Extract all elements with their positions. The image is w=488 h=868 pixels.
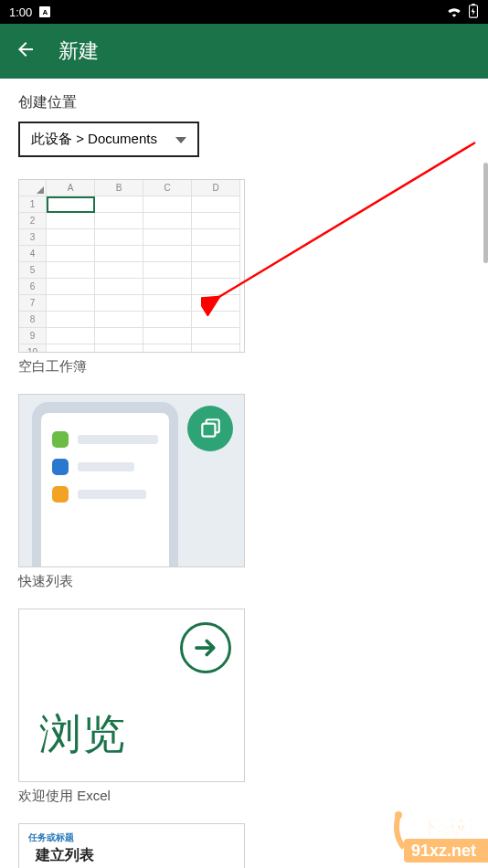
back-icon[interactable] bbox=[15, 38, 37, 64]
wifi-icon bbox=[446, 5, 462, 20]
arrow-right-circle-icon bbox=[180, 622, 231, 673]
content-area: 创建位置 此设备 > Documents A B C D 1 2 3 4 5 bbox=[0, 79, 488, 868]
status-time: 1:00 bbox=[9, 5, 32, 19]
template-quick-list[interactable]: 快速列表 bbox=[18, 394, 470, 590]
template-label: 欢迎使用 Excel bbox=[18, 788, 470, 805]
template-welcome-excel[interactable]: 浏览 欢迎使用 Excel bbox=[18, 609, 470, 805]
template-label: 快速列表 bbox=[18, 573, 470, 590]
small-title: 任务或标题 bbox=[19, 824, 244, 844]
browse-text: 浏览 bbox=[39, 706, 127, 763]
template-thumb-blank: A B C D 1 2 3 4 5 6 7 8 9 10 bbox=[18, 179, 245, 353]
chevron-down-icon bbox=[175, 132, 186, 147]
template-thumb-welcome: 浏览 bbox=[18, 609, 245, 782]
page-title: 新建 bbox=[58, 37, 99, 65]
big-title: 建立列表 bbox=[27, 844, 237, 868]
svg-text:下载站: 下载站 bbox=[419, 817, 475, 837]
status-bar: 1:00 A bbox=[0, 0, 488, 24]
cards-stack-icon bbox=[187, 406, 233, 451]
svg-rect-3 bbox=[202, 424, 215, 437]
template-thumb-buildlist: 任务或标题 建立列表 bbox=[18, 823, 245, 868]
spreadsheet-preview: A B C D 1 2 3 4 5 6 7 8 9 10 bbox=[19, 180, 244, 353]
svg-point-8 bbox=[395, 811, 402, 819]
app-bar: 新建 bbox=[0, 24, 488, 79]
svg-text:91xz.net: 91xz.net bbox=[411, 842, 476, 860]
location-dropdown[interactable]: 此设备 > Documents bbox=[18, 122, 199, 157]
svg-rect-1 bbox=[472, 4, 475, 5]
template-label: 空白工作簿 bbox=[18, 358, 470, 376]
location-value: 此设备 > Documents bbox=[31, 131, 157, 148]
scroll-indicator[interactable] bbox=[483, 163, 488, 263]
status-a-badge: A bbox=[39, 6, 50, 17]
template-blank-workbook[interactable]: A B C D 1 2 3 4 5 6 7 8 9 10 空白工作簿 bbox=[18, 179, 470, 376]
location-label: 创建位置 bbox=[18, 93, 470, 112]
watermark: 下载站 91xz.net bbox=[387, 811, 488, 868]
template-thumb-quicklist bbox=[18, 394, 245, 567]
battery-icon bbox=[468, 4, 479, 21]
